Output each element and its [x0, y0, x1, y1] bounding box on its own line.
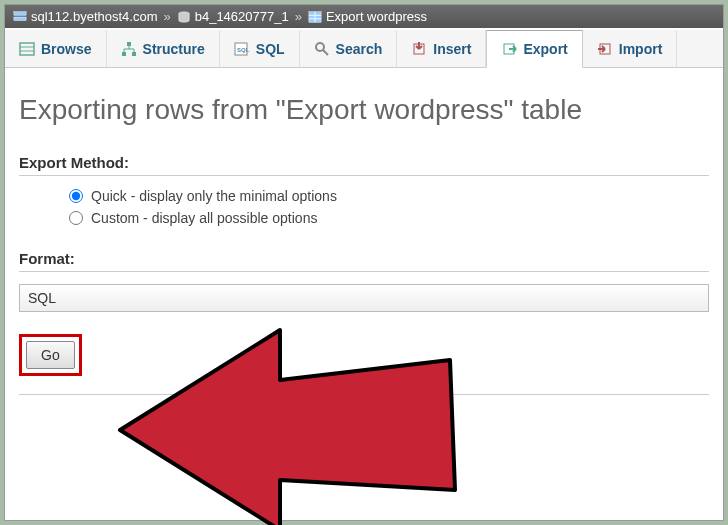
breadcrumb-database[interactable]: b4_14620777_1 [177, 9, 289, 24]
tab-insert[interactable]: Insert [397, 30, 486, 67]
database-icon [177, 10, 191, 24]
radio-custom[interactable]: Custom - display all possible options [69, 210, 709, 226]
tab-search[interactable]: Search [300, 30, 398, 67]
tab-structure[interactable]: Structure [107, 30, 220, 67]
page-title: Exporting rows from "Export wordpress" t… [19, 94, 709, 126]
insert-icon [411, 41, 427, 57]
structure-icon [121, 41, 137, 57]
sql-icon: SQL [234, 41, 250, 57]
tab-bar: Browse Structure SQL SQL Search Insert E… [5, 30, 723, 68]
breadcrumb-server-text: sql112.byethost4.com [31, 9, 157, 24]
tab-export[interactable]: Export [486, 30, 582, 68]
radio-custom-label: Custom - display all possible options [91, 210, 317, 226]
svg-rect-12 [132, 52, 136, 56]
server-icon [13, 10, 27, 24]
export-icon [501, 41, 517, 57]
tab-sql-label: SQL [256, 41, 285, 57]
go-highlight: Go [19, 334, 82, 376]
breadcrumb-server[interactable]: sql112.byethost4.com [13, 9, 157, 24]
format-value: SQL [28, 290, 56, 306]
breadcrumb-table-text: Export wordpress [326, 9, 427, 24]
breadcrumb: sql112.byethost4.com » b4_14620777_1 » E… [5, 5, 723, 28]
export-method-label: Export Method: [19, 154, 709, 176]
go-button[interactable]: Go [26, 341, 75, 369]
tab-sql[interactable]: SQL SQL [220, 30, 300, 67]
main-content: Exporting rows from "Export wordpress" t… [5, 68, 723, 407]
radio-quick-label: Quick - display only the minimal options [91, 188, 337, 204]
divider [19, 394, 709, 395]
svg-rect-11 [122, 52, 126, 56]
svg-rect-10 [127, 42, 131, 46]
svg-line-20 [323, 50, 328, 55]
tab-structure-label: Structure [143, 41, 205, 57]
export-method-group: Quick - display only the minimal options… [69, 188, 709, 226]
breadcrumb-database-text: b4_14620777_1 [195, 9, 289, 24]
format-label: Format: [19, 250, 709, 272]
radio-quick-input[interactable] [69, 189, 83, 203]
browse-icon [19, 41, 35, 57]
search-icon [314, 41, 330, 57]
tab-import[interactable]: Import [583, 30, 678, 67]
tab-insert-label: Insert [433, 41, 471, 57]
svg-rect-7 [20, 43, 34, 55]
breadcrumb-table[interactable]: Export wordpress [308, 9, 427, 24]
tab-import-label: Import [619, 41, 663, 57]
svg-rect-0 [14, 11, 26, 15]
table-icon [308, 10, 322, 24]
radio-custom-input[interactable] [69, 211, 83, 225]
import-icon [597, 41, 613, 57]
app-frame: sql112.byethost4.com » b4_14620777_1 » E… [4, 4, 724, 521]
svg-point-19 [316, 43, 324, 51]
tab-search-label: Search [336, 41, 383, 57]
breadcrumb-separator: » [295, 9, 302, 24]
tab-export-label: Export [523, 41, 567, 57]
tab-browse-label: Browse [41, 41, 92, 57]
format-select[interactable]: SQL [19, 284, 709, 312]
tab-browse[interactable]: Browse [5, 30, 107, 67]
breadcrumb-separator: » [163, 9, 170, 24]
svg-text:SQL: SQL [237, 47, 250, 53]
radio-quick[interactable]: Quick - display only the minimal options [69, 188, 709, 204]
svg-rect-1 [14, 17, 26, 21]
